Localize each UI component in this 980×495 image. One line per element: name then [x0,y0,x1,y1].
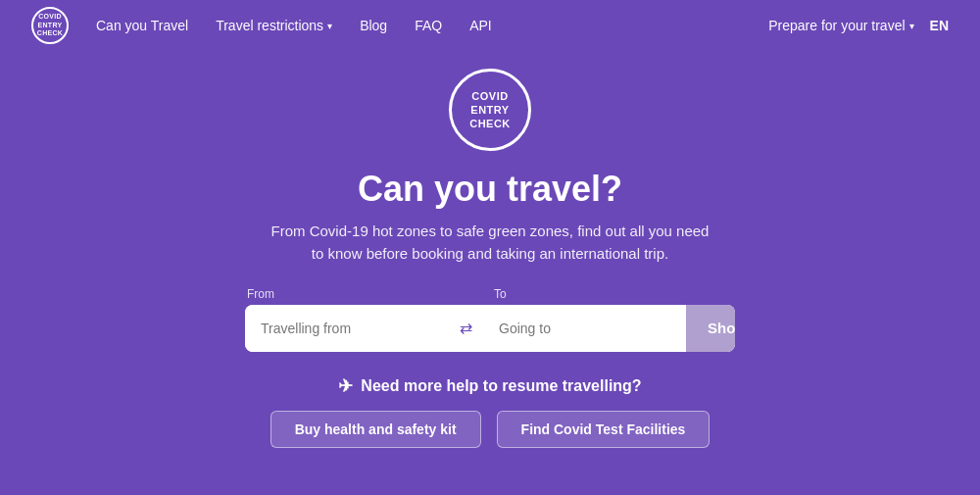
nav-item-blog[interactable]: Blog [360,18,387,33]
language-selector[interactable]: EN [930,18,949,33]
nav-links: Can you Travel Travel restrictions ▾ Blo… [96,18,768,33]
bottom-section: ✈ Need more help to resume travelling? B… [270,375,710,448]
logo-text: COVIDENTRYCHECK [37,13,63,37]
show-me-button[interactable]: Show me [686,305,735,352]
search-row: ⇄ Show me [245,305,735,352]
help-text: Need more help to resume travelling? [361,377,641,395]
nav-item-can-you-travel[interactable]: Can you Travel [96,18,188,33]
hero-logo-circle: COVIDENTRYCHECK [449,69,531,151]
from-input[interactable] [245,305,448,352]
nav-right: Prepare for your travel ▾ EN [768,18,949,33]
hero-subtitle: From Covid-19 hot zones to safe green zo… [265,220,715,266]
to-label: To [486,287,733,301]
search-labels: From To [245,287,735,301]
hero-title: Can you travel? [358,169,622,210]
site-logo[interactable]: COVIDENTRYCHECK [31,7,69,44]
help-text-row: ✈ Need more help to resume travelling? [338,375,641,397]
bottom-buttons: Buy health and safety kit Find Covid Tes… [270,411,710,448]
hero-section: COVIDENTRYCHECK Can you travel? From Cov… [0,51,980,448]
hero-logo-text: COVIDENTRYCHECK [469,89,511,131]
prepare-travel-link[interactable]: Prepare for your travel ▾ [768,18,913,33]
to-input[interactable] [483,305,686,352]
chevron-down-icon: ▾ [909,21,914,31]
navbar: COVIDENTRYCHECK Can you Travel Travel re… [0,0,980,51]
nav-item-travel-restrictions[interactable]: Travel restrictions ▾ [216,18,332,33]
swap-icon: ⇄ [460,319,472,337]
plane-icon: ✈ [338,375,353,397]
from-label: From [247,287,486,301]
chevron-down-icon: ▾ [327,21,332,31]
find-covid-test-button[interactable]: Find Covid Test Facilities [497,411,710,448]
nav-item-faq[interactable]: FAQ [415,18,442,33]
swap-button[interactable]: ⇄ [448,305,483,352]
search-form: From To ⇄ Show me [245,287,735,352]
buy-health-kit-button[interactable]: Buy health and safety kit [270,411,481,448]
nav-item-api[interactable]: API [469,18,492,33]
